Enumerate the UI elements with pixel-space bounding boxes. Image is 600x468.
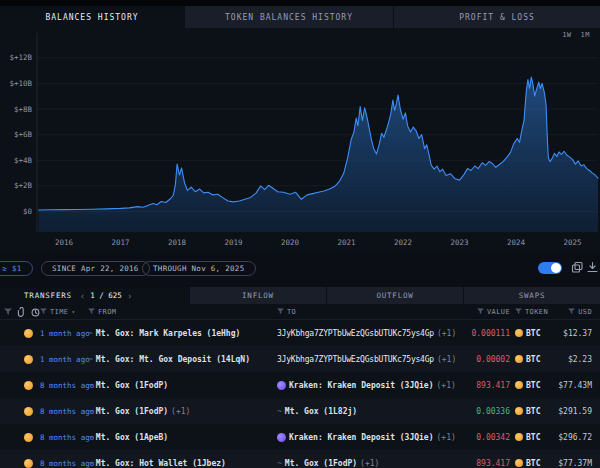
from-header-label: FROM [98, 308, 116, 316]
from-entity[interactable]: Mt. Gox (1FodP) [96, 407, 168, 416]
next-page-button[interactable]: › [127, 291, 132, 301]
balance-history-chart[interactable]: $0$+2B$+4B$+6B$+8B$+10B$+12B201620172018… [0, 28, 600, 252]
tilde-icon: ~ [277, 459, 282, 468]
token-label: BTC [526, 355, 540, 364]
table-row[interactable]: 8 months ago ~ Mt. Gox (1ApeB) ~ Kraken:… [0, 424, 600, 450]
usd-min-filter-pill[interactable]: USD ≥ $1 [0, 261, 33, 276]
tab-profit-and-loss[interactable]: PROFIT & LOSS [394, 6, 600, 28]
to-entity[interactable]: 3JyKbhga7ZYPTbUwEzQGsbUTUKc75ys4Gp [277, 329, 434, 338]
prev-page-button[interactable]: ‹ [80, 291, 85, 301]
usd-cell: $296.72 [548, 433, 592, 442]
to-extra: (+1) [360, 459, 379, 468]
tab-swaps[interactable]: SWAPS [464, 287, 600, 304]
svg-text:2019: 2019 [225, 238, 243, 247]
filter-funnel-icon [477, 308, 484, 315]
column-header-time[interactable]: TIME ▾ [40, 308, 88, 316]
usd-cell: $2.23 [548, 355, 592, 364]
time-link[interactable]: 8 months ago [40, 459, 88, 468]
since-date-pill[interactable]: SINCE Apr 22, 2016 [41, 261, 150, 276]
from-cell: ~ Mt. Gox: Hot Wallet (1Jbez) [88, 459, 277, 468]
from-extra: (+1) [171, 407, 190, 416]
to-entity[interactable]: Mt. Gox (1L82j) [285, 407, 357, 416]
to-entity[interactable]: Kraken: Kraken Deposit (3JQie) [289, 381, 434, 390]
tab-inflow[interactable]: INFLOW [190, 287, 327, 304]
btc-token-icon [515, 433, 523, 441]
time-link[interactable]: 1 month ago [40, 355, 88, 364]
to-cell: ~ Kraken: Kraken Deposit (3JQie) (+1) [277, 381, 460, 390]
range-1m-button[interactable]: 1M [581, 31, 590, 39]
svg-text:$+4B: $+4B [14, 156, 33, 165]
column-header-usd[interactable]: USD [548, 308, 592, 316]
svg-text:$+8B: $+8B [14, 105, 33, 114]
to-entity[interactable]: Mt. Gox (1FodP) [285, 459, 357, 468]
tilde-icon: ~ [88, 355, 93, 364]
range-1w-button[interactable]: 1W [562, 31, 571, 39]
svg-text:2016: 2016 [55, 238, 74, 247]
svg-text:2022: 2022 [394, 238, 412, 247]
table-row[interactable]: 8 months ago ~ Mt. Gox: Hot Wallet (1Jbe… [0, 450, 600, 468]
time-link[interactable]: 8 months ago [40, 381, 88, 390]
token-label: BTC [526, 459, 540, 468]
svg-text:2021: 2021 [338, 238, 356, 247]
svg-text:2017: 2017 [112, 238, 130, 247]
download-icon[interactable] [586, 261, 599, 274]
table-row[interactable]: 8 months ago ~ Mt. Gox (1FodP) ~ Kraken:… [0, 372, 600, 398]
table-row[interactable]: 1 month ago ~ Mt. Gox: Mt. Gox Deposit (… [0, 346, 600, 372]
filter-funnel-icon[interactable] [4, 308, 12, 316]
token-cell: BTC [510, 381, 548, 390]
pagination: ‹ 1 / 625 › [80, 291, 132, 301]
tab-transfers[interactable]: TRANSFERS ‹ 1 / 625 › [0, 287, 190, 304]
kraken-icon [277, 433, 286, 442]
column-header-from[interactable]: FROM [88, 308, 277, 316]
to-header-label: TO [287, 308, 296, 316]
table-header-icons [4, 304, 40, 320]
balances-chart-section: 1W 1M $0$+2B$+4B$+6B$+8B$+10B$+12B201620… [0, 28, 600, 252]
tab-balances-history[interactable]: BALANCES HISTORY [0, 6, 185, 28]
copy-icon[interactable] [571, 261, 584, 274]
time-link[interactable]: 1 month ago [40, 329, 88, 338]
transfers-rows: 1 month ago ~ Mt. Gox: Mark Karpeles (1e… [0, 320, 600, 468]
toggle-knob [551, 263, 561, 273]
clock-icon[interactable] [31, 308, 40, 317]
to-cell: ~ Mt. Gox (1FodP) (+1) [277, 459, 460, 468]
time-link[interactable]: 8 months ago [40, 407, 88, 416]
chart-toggle-switch[interactable] [538, 262, 562, 274]
page-indicator: 1 / 625 [90, 291, 122, 300]
sort-caret-icon: ▾ [71, 308, 75, 315]
column-header-token[interactable]: TOKEN [510, 308, 548, 316]
token-label: BTC [526, 433, 540, 442]
table-row[interactable]: 1 month ago ~ Mt. Gox: Mark Karpeles (1e… [0, 320, 600, 346]
tab-outflow[interactable]: OUTFLOW [327, 287, 464, 304]
from-entity[interactable]: Mt. Gox: Hot Wallet (1Jbez) [96, 459, 226, 468]
btc-token-icon [515, 407, 523, 415]
kraken-icon [277, 381, 286, 390]
column-header-value[interactable]: VALUE [460, 308, 510, 316]
btc-token-icon [24, 381, 33, 390]
svg-text:$+6B: $+6B [14, 130, 33, 139]
btc-token-icon [24, 407, 33, 416]
usd-cell: $291.59 [548, 407, 592, 416]
from-entity[interactable]: Mt. Gox: Mt. Gox Deposit (14LqN) [96, 355, 250, 364]
to-cell: ~ 3JyKbhga7ZYPTbUwEzQGsbUTUKc75ys4Gp (+1… [277, 355, 460, 364]
to-extra: (+1) [437, 329, 456, 338]
transfers-label: TRANSFERS [24, 291, 72, 300]
table-row[interactable]: 8 months ago ~ Mt. Gox (1FodP) (+1) ~ Mt… [0, 398, 600, 424]
token-label: BTC [526, 407, 540, 416]
usd-cell: $12.37 [548, 329, 592, 338]
time-link[interactable]: 8 months ago [40, 433, 88, 442]
token-cell: BTC [510, 433, 548, 442]
filter-funnel-icon [515, 308, 522, 315]
paperclip-icon[interactable] [17, 307, 26, 317]
column-header-to[interactable]: TO [277, 308, 460, 316]
from-entity[interactable]: Mt. Gox (1FodP) [96, 381, 168, 390]
from-cell: ~ Mt. Gox (1FodP) (+1) [88, 407, 277, 416]
tab-token-balances-history[interactable]: TOKEN BALANCES HISTORY [185, 6, 394, 28]
value-cell: 0.00336 [460, 407, 510, 416]
token-cell: BTC [510, 459, 548, 468]
tilde-icon: ~ [88, 407, 93, 416]
from-entity[interactable]: Mt. Gox (1ApeB) [96, 433, 168, 442]
through-date-pill[interactable]: THROUGH Nov 6, 2025 [142, 261, 256, 276]
from-entity[interactable]: Mt. Gox: Mark Karpeles (1eHhg) [96, 329, 241, 338]
to-entity[interactable]: Kraken: Kraken Deposit (3JQie) [289, 433, 434, 442]
to-entity[interactable]: 3JyKbhga7ZYPTbUwEzQGsbUTUKc75ys4Gp [277, 355, 434, 364]
